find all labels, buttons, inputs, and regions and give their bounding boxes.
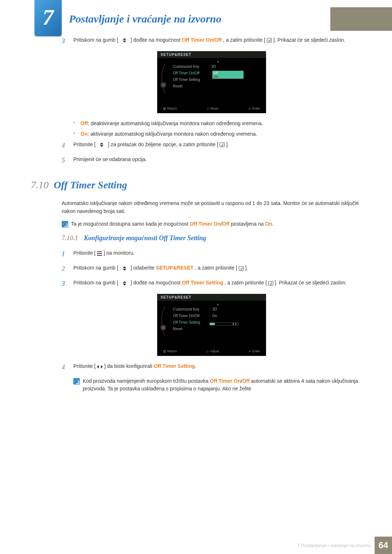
content: 3 Pritiskom na gumb [ ] dođite na mogućn… — [62, 36, 361, 393]
osd-option-box: Off On — [212, 71, 244, 79]
footer-adjust: ◇ Adjust — [206, 349, 219, 353]
text: ] za prelazak do željene opcije, a zatim… — [108, 141, 218, 147]
text: : aktiviranje automatskog isključivanja … — [87, 131, 257, 137]
bullet-list: • Off: deaktiviranje automatskog isključ… — [73, 120, 361, 138]
text: ]. Prikazat će se sljedeći zaslon. — [273, 37, 345, 43]
osd-title: SETUP&RESET — [157, 51, 266, 58]
text: ] dođite na mogućnost — [131, 37, 182, 43]
page: 7 Postavljanje i vraćanje na izvorno 3 P… — [0, 0, 392, 554]
osd-row-off-timer-setting: Off Timer Setting : 4 h — [173, 319, 263, 325]
step-text: Pritiskom na gumb [ ] dođite na mogućnos… — [73, 279, 361, 289]
bullet-text: Off: deaktiviranje automatskog isključiv… — [81, 120, 263, 127]
step-number: 4 — [62, 141, 73, 151]
t: Return — [167, 107, 177, 110]
osd-footer: ▥ Return ◇ Adjust ↲ Enter — [157, 348, 266, 353]
h: Off Timer Setting — [182, 280, 223, 286]
chapter-number: 7 — [34, 0, 62, 34]
step-3: 3 Pritiskom na gumb [ ] dođite na mogućn… — [62, 36, 361, 46]
gear-icon — [160, 324, 167, 331]
section-heading: 7.10 Off Timer Setting — [31, 179, 361, 191]
val: 3D — [211, 65, 216, 69]
chapter-title: Postavljanje i vraćanje na izvorno — [69, 13, 221, 25]
t: . — [272, 221, 274, 227]
osd-body: ▲ Customized Key : 3D Off Timer On/Off :… — [157, 301, 266, 348]
t: Return — [167, 349, 177, 353]
note-icon — [73, 378, 83, 385]
section-title: Off Timer Setting — [54, 179, 127, 191]
t: Ta je mogućnost dostupna samo kada je mo… — [71, 221, 190, 227]
spacer — [173, 332, 263, 344]
step-text: Pritisnite [ ] na monitoru. — [73, 249, 361, 259]
t: , a zatim pritisnite [ — [224, 280, 267, 286]
osd-arc-decor — [160, 62, 170, 105]
footer-return: ▥ Return — [163, 107, 177, 110]
bullet-dot-icon: • — [73, 120, 81, 127]
section-paragraph: Automatsko isključivanje nakon određenog… — [62, 200, 361, 215]
h: Off Timer Setting — [154, 363, 195, 369]
nav-updown-icon — [97, 143, 106, 147]
t: ] dođite na mogućnost — [131, 280, 182, 286]
bullet-off: • Off: deaktiviranje automatskog isključ… — [73, 120, 361, 127]
subsection-number: 7.10.1 — [62, 234, 78, 242]
osd-screenshot-off-timer-setting: SETUP&RESET ▲ Customized Key : 3D Off Ti… — [157, 294, 266, 356]
osd-row-customized-key: Customized Key : 3D — [173, 306, 263, 312]
section-number: 7.10 — [31, 179, 49, 191]
subsection-title: Konfiguriranje mogućnosti Off Timer Sett… — [84, 234, 206, 242]
t: ] na monitoru. — [103, 250, 135, 256]
t: . — [195, 363, 196, 369]
osd-row-reset: Reset — [173, 325, 263, 332]
step-text: Pritiskom na gumb [ ] dođite na mogućnos… — [73, 36, 361, 46]
t: Adjust — [210, 349, 219, 353]
step-5: 5 Primijenit će se odabrana opcija. — [62, 156, 361, 165]
chapter-header: 7 Postavljanje i vraćanje na izvorno — [31, 0, 361, 7]
step-text: Primijenit će se odabrana opcija. — [73, 156, 361, 165]
nav-leftright-icon — [97, 365, 103, 369]
text: Pritiskom na gumb [ — [73, 37, 118, 43]
enter-icon — [220, 143, 225, 147]
h: SETUP&RESET — [156, 265, 193, 271]
label: Off — [81, 120, 88, 126]
h: On — [265, 221, 272, 227]
osd-list: ▲ Customized Key : 3D Off Timer On/Off :… — [170, 301, 263, 348]
footer-return: ▥ Return — [163, 349, 177, 353]
up-arrow-icon: ▲ — [173, 59, 263, 63]
bullet-dot-icon: • — [73, 130, 81, 138]
note-text: Kod proizvoda namijenjenih europskom trž… — [83, 377, 361, 393]
t: Pritiskom na gumb [ — [73, 265, 118, 271]
up-arrow-icon: ▲ — [173, 301, 263, 306]
slider-value: 4 h — [232, 322, 237, 326]
text: Pritisnite [ — [73, 141, 95, 147]
footer-text: 7 Postavljanje i vraćanje na izvorno — [297, 543, 371, 548]
note-icon — [62, 221, 71, 227]
h: Off Timer On — [210, 378, 241, 384]
chapter-badge: 7 — [34, 0, 62, 36]
t: Pritisnite [ — [73, 250, 97, 256]
enter-icon — [239, 266, 244, 271]
subsection-heading: 7.10.1 Konfiguriranje mogućnosti Off Tim… — [62, 234, 361, 242]
text: , a zatim pritisnite [ — [223, 37, 265, 43]
osd-label: Reset — [173, 327, 209, 331]
osd-value-dropdown: : Off On — [209, 71, 242, 75]
step-number: 1 — [62, 249, 73, 259]
osd-value: : On — [209, 314, 242, 318]
note-text: Ta je mogućnost dostupna samo kada je mo… — [71, 220, 361, 228]
osd-label: Customized Key — [173, 65, 209, 69]
label: On — [81, 131, 87, 137]
substep-4: 4 Pritisnite [ ] da biste konfigurirali … — [62, 362, 361, 372]
note-1: Ta je mogućnost dostupna samo kada je mo… — [62, 220, 361, 228]
osd-screenshot-off-timer-onoff: SETUP&RESET ▲ Customized Key : 3D Off Ti… — [157, 51, 266, 113]
osd-label-selected: Off Timer Setting — [173, 320, 209, 324]
h: Off — [222, 221, 229, 227]
h: Off — [242, 378, 249, 384]
enter-icon — [267, 38, 272, 42]
osd-label: Reset — [173, 84, 209, 88]
step-number: 2 — [62, 264, 73, 274]
step-text: Pritisnite [ ] za prelazak do željene op… — [73, 141, 361, 151]
t: Pritisnite [ — [73, 363, 95, 369]
osd-value: : 3D — [209, 65, 242, 69]
option-off: Off — [214, 71, 242, 75]
t: ] odaberite — [131, 265, 156, 271]
t: ]. — [245, 265, 248, 271]
page-footer: 7 Postavljanje i vraćanje na izvorno 64 — [0, 537, 392, 554]
osd-row-customized-key: Customized Key : 3D — [173, 63, 263, 70]
